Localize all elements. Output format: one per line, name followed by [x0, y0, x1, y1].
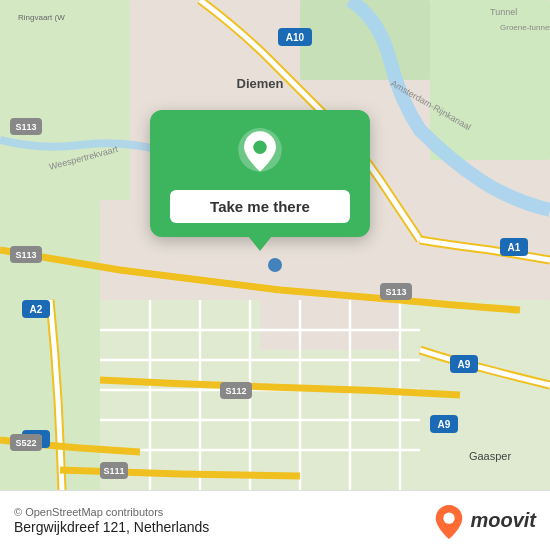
svg-text:Gaasper: Gaasper	[469, 450, 512, 462]
moovit-logo-text: moovit	[470, 509, 536, 532]
location-pin-icon	[234, 128, 286, 180]
address-text: Bergwijkdreef 121, Netherlands	[14, 519, 209, 535]
moovit-pin-icon	[434, 503, 464, 539]
svg-rect-1	[0, 0, 130, 200]
svg-point-53	[444, 512, 455, 523]
svg-text:Tunnel: Tunnel	[490, 7, 517, 17]
svg-text:S112: S112	[225, 386, 246, 396]
svg-text:Groene-tunnel: Groene-tunnel	[500, 23, 550, 32]
svg-text:S113: S113	[15, 122, 36, 132]
svg-text:A1: A1	[508, 242, 521, 253]
popup-card: Take me there	[150, 110, 370, 237]
bottom-bar: © OpenStreetMap contributors Bergwijkdre…	[0, 490, 550, 550]
svg-text:Diemen: Diemen	[237, 76, 284, 91]
svg-text:A9: A9	[458, 359, 471, 370]
svg-text:A2: A2	[30, 304, 43, 315]
bottom-left-info: © OpenStreetMap contributors Bergwijkdre…	[14, 506, 209, 535]
svg-text:Ringvaart (W: Ringvaart (W	[18, 13, 65, 22]
take-me-there-button[interactable]: Take me there	[170, 190, 350, 223]
svg-text:A9: A9	[438, 419, 451, 430]
svg-text:S113: S113	[385, 287, 406, 297]
svg-point-52	[253, 141, 266, 154]
svg-text:S113: S113	[15, 250, 36, 260]
map-container: A10 A1 A2 A2 A9 A9 S113 S112 S113 S522 S…	[0, 0, 550, 490]
svg-text:S111: S111	[103, 466, 124, 476]
svg-point-50	[268, 258, 282, 272]
copyright-text: © OpenStreetMap contributors	[14, 506, 209, 518]
svg-text:A10: A10	[286, 32, 305, 43]
svg-text:S522: S522	[15, 438, 36, 448]
moovit-logo: moovit	[434, 503, 536, 539]
map-svg: A10 A1 A2 A2 A9 A9 S113 S112 S113 S522 S…	[0, 0, 550, 490]
